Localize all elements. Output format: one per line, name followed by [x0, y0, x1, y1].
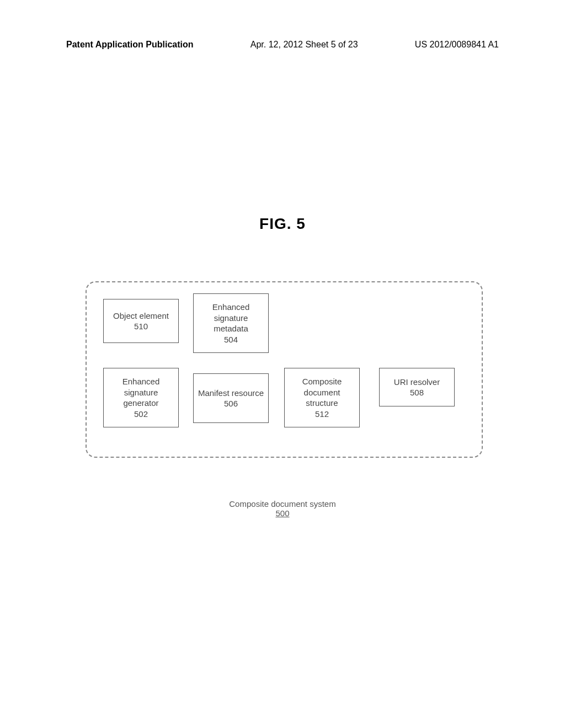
block-composite-document-structure: Composite document structure 512 [284, 368, 360, 427]
block-number: 502 [134, 409, 148, 420]
block-label: Enhanced signature metadata [197, 302, 265, 334]
block-object-element: Object element 510 [103, 299, 179, 343]
diagram-caption: Composite document system 500 [229, 499, 335, 518]
page-header: Patent Application Publication Apr. 12, … [66, 40, 499, 50]
block-label: Object element [113, 311, 169, 322]
block-uri-resolver: URI resolver 508 [379, 368, 455, 406]
diagram-container: Object element 510 Enhanced signature me… [86, 281, 483, 458]
block-number: 510 [134, 321, 148, 332]
block-label: Enhanced signature generator [107, 376, 175, 409]
block-enhanced-signature-generator: Enhanced signature generator 502 [103, 368, 179, 427]
header-left: Patent Application Publication [66, 40, 194, 50]
block-manifest-resource: Manifest resource 506 [193, 373, 269, 423]
caption-label: Composite document system [229, 499, 335, 508]
block-label: URI resolver [394, 377, 440, 388]
caption-number: 500 [229, 508, 335, 518]
block-number: 512 [315, 409, 329, 420]
block-number: 504 [224, 334, 238, 345]
block-label: Manifest resource [198, 388, 264, 399]
block-number: 508 [410, 387, 424, 398]
block-label: Composite document structure [288, 376, 356, 409]
header-right: US 2012/0089841 A1 [415, 40, 499, 50]
block-enhanced-signature-metadata: Enhanced signature metadata 504 [193, 293, 269, 353]
figure-title: FIG. 5 [259, 215, 306, 233]
header-center: Apr. 12, 2012 Sheet 5 of 23 [250, 40, 358, 50]
block-number: 506 [224, 398, 238, 409]
